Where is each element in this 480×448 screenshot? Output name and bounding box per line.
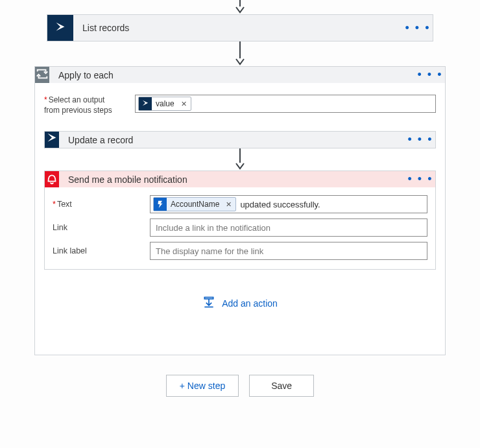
notification-text-suffix: updated successfully. xyxy=(240,200,320,209)
save-button[interactable]: Save xyxy=(249,375,314,397)
notification-link-input[interactable]: Include a link in the notification xyxy=(150,218,427,237)
token-remove-button[interactable]: ✕ xyxy=(178,100,189,108)
apply-to-each-header[interactable]: Apply to each • • • xyxy=(35,67,445,83)
step-title: Update a record xyxy=(59,135,405,145)
connector-arrow-top xyxy=(0,0,480,14)
select-output-input[interactable]: value ✕ xyxy=(135,95,436,113)
link-label: Link xyxy=(53,223,150,232)
step-title: Apply to each xyxy=(49,70,415,80)
dynamic-token-accountname[interactable]: AccountName ✕ xyxy=(153,197,236,211)
text-label: *Text xyxy=(53,200,150,209)
flow-canvas: List records • • • Apply to each • • • *… xyxy=(0,0,480,410)
svg-rect-0 xyxy=(205,298,213,300)
step-update-record[interactable]: Update a record • • • xyxy=(44,131,436,148)
step-title: List records xyxy=(73,23,403,33)
flow-icon xyxy=(154,198,167,211)
step-title: Send me a mobile notification xyxy=(59,174,405,185)
footer: + New step Save xyxy=(0,355,480,410)
nested-steps: Update a record • • • Send me a m xyxy=(35,128,445,355)
add-action-icon xyxy=(202,296,215,311)
dynamic-token-value[interactable]: value ✕ xyxy=(138,97,191,111)
dynamics-icon xyxy=(139,97,152,110)
link-label-label: Link label xyxy=(53,246,150,255)
apply-to-each-config: *Select an output from previous steps va… xyxy=(35,83,445,128)
dynamics-icon xyxy=(45,132,59,148)
notification-header[interactable]: Send me a mobile notification • • • xyxy=(45,171,435,187)
step-menu-button[interactable]: • • • xyxy=(405,172,435,186)
loop-icon xyxy=(35,67,49,83)
dynamics-icon xyxy=(47,15,73,41)
connector-arrow xyxy=(0,41,480,66)
notification-text-input[interactable]: AccountName ✕ updated successfully. xyxy=(150,195,427,213)
connector-arrow xyxy=(44,148,436,171)
bell-icon xyxy=(45,171,59,187)
token-remove-button[interactable]: ✕ xyxy=(223,200,234,209)
add-action-button[interactable]: Add an action xyxy=(44,270,436,339)
step-menu-button[interactable]: • • • xyxy=(405,133,435,147)
step-apply-to-each: Apply to each • • • *Select an output fr… xyxy=(34,66,446,355)
select-output-label: *Select an output from previous steps xyxy=(44,95,135,115)
notification-linklabel-input[interactable]: The display name for the link xyxy=(150,242,427,260)
add-action-label: Add an action xyxy=(222,298,278,309)
step-menu-button[interactable]: • • • xyxy=(415,68,445,82)
step-list-records[interactable]: List records • • • xyxy=(47,14,433,41)
step-mobile-notification: Send me a mobile notification • • • *Tex… xyxy=(44,171,436,270)
step-menu-button[interactable]: • • • xyxy=(403,21,433,35)
new-step-button[interactable]: + New step xyxy=(166,375,239,397)
